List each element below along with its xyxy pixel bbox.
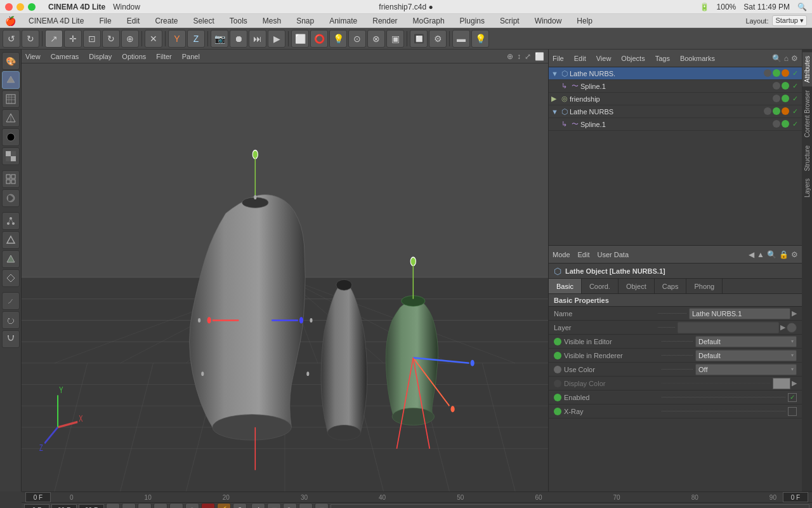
layout-dropdown[interactable]: Startup ▾ xyxy=(772,15,807,26)
objects-menu[interactable]: Objects xyxy=(621,55,645,62)
vis-dot-10[interactable] xyxy=(782,107,789,115)
extrude-button[interactable]: ▣ xyxy=(386,30,404,48)
props-nav-up[interactable]: ▲ xyxy=(757,250,764,259)
menu-mesh[interactable]: Mesh xyxy=(260,17,284,25)
goto-start-btn[interactable]: ⏮ xyxy=(106,503,120,508)
props-value-vis-renderer[interactable]: Default ▾ xyxy=(695,350,797,361)
view-menu[interactable]: View xyxy=(25,53,41,60)
points-icon[interactable] xyxy=(2,212,20,230)
props-checkbox-enabled[interactable]: ✓ xyxy=(788,393,797,402)
light-button[interactable]: 💡 xyxy=(329,30,347,48)
obj-expand-5[interactable]: ↳ xyxy=(561,120,572,128)
obj-check-4[interactable]: ✓ xyxy=(790,107,799,116)
vis-dot-9[interactable] xyxy=(773,107,780,115)
sphere-button[interactable]: ⭕ xyxy=(310,30,328,48)
delete-button[interactable]: ✕ xyxy=(145,30,162,48)
props-value-layer[interactable] xyxy=(678,322,779,333)
lamp-button[interactable]: 💡 xyxy=(471,30,489,48)
move-tool[interactable]: ✛ xyxy=(64,30,82,48)
null-button[interactable]: ⊙ xyxy=(348,30,366,48)
vis-dot-1[interactable] xyxy=(764,69,771,77)
search-icon[interactable]: 🔍 xyxy=(772,54,782,63)
props-checkbox-xray[interactable] xyxy=(788,407,797,416)
undo-button[interactable]: ↺ xyxy=(3,30,20,48)
props-mode[interactable]: Mode xyxy=(553,251,570,258)
floor-button[interactable]: ▬ xyxy=(452,30,470,48)
menu-edit[interactable]: Edit xyxy=(124,17,143,25)
settings-icon[interactable]: ⚙ xyxy=(791,54,798,63)
polygons-icon[interactable] xyxy=(2,250,20,268)
viewport-icon-1[interactable]: ⊕ xyxy=(507,52,513,61)
scale-keys-btn[interactable]: ⊡ xyxy=(267,503,281,508)
keyframe-button[interactable]: ⏭ xyxy=(249,30,266,48)
prev-frame-btn[interactable]: ◀ xyxy=(122,503,136,508)
obj-expand-4[interactable]: ▼ xyxy=(551,108,561,116)
props-search[interactable]: 🔍 xyxy=(767,250,776,259)
view3d-icon[interactable] xyxy=(2,170,20,188)
vis-dot-4[interactable] xyxy=(773,82,780,90)
rtab-layers[interactable]: Layers xyxy=(802,175,812,201)
z-button[interactable]: Z xyxy=(187,30,205,48)
props-color-swatch[interactable] xyxy=(773,378,790,389)
tab-basic[interactable]: Basic xyxy=(549,279,582,293)
vis-dot-5[interactable] xyxy=(782,82,789,90)
grid-btn[interactable]: ⊞ xyxy=(315,503,329,508)
color-palette-icon[interactable]: 🎨 xyxy=(2,52,20,70)
menu-cinema4d[interactable]: CINEMA 4D Lite xyxy=(26,17,86,25)
rotate-tool[interactable]: ↻ xyxy=(102,30,120,48)
snap-options[interactable]: ⚙ xyxy=(429,30,447,48)
props-settings[interactable]: ⚙ xyxy=(791,250,798,259)
rotate-keys-btn[interactable]: ↻ xyxy=(283,503,297,508)
wireframe-icon[interactable] xyxy=(2,109,20,127)
menu-help[interactable]: Help xyxy=(574,17,595,25)
y-button[interactable]: Y xyxy=(168,30,186,48)
tab-object[interactable]: Object xyxy=(619,279,655,293)
menu-file[interactable]: File xyxy=(96,17,114,25)
traffic-lights[interactable] xyxy=(5,3,36,11)
props-value-name[interactable]: Lathe NURBS.1 xyxy=(689,308,790,319)
auto-key-btn[interactable]: ⚡ xyxy=(217,503,231,508)
obj-check-1[interactable]: ✓ xyxy=(790,69,799,78)
obj-expand-2[interactable]: ↳ xyxy=(561,82,572,90)
menu-plugins[interactable]: Plugins xyxy=(457,17,487,25)
menu-create[interactable]: Create xyxy=(152,17,180,25)
obj-expand-3[interactable]: ▶ xyxy=(551,95,561,103)
record-button[interactable]: ⏺ xyxy=(230,30,247,48)
cube-button[interactable]: ⬜ xyxy=(291,30,309,48)
play-btn[interactable]: ▶ xyxy=(138,503,152,508)
search-icon[interactable]: 🔍 xyxy=(797,3,807,11)
rtab-structure[interactable]: Structure xyxy=(802,142,812,175)
uvw-icon[interactable] xyxy=(2,269,20,287)
vis-dot-3[interactable] xyxy=(782,69,789,77)
move-keys-btn[interactable]: ✛ xyxy=(251,503,265,508)
next-frame-btn[interactable]: ▶ xyxy=(154,503,167,508)
obj-row-spline1[interactable]: ↳ 〜 Spline.1 ✓ xyxy=(549,80,802,93)
viewport-icon-2[interactable]: ↕ xyxy=(517,52,521,61)
rtab-content-browser[interactable]: Content Browser xyxy=(802,86,812,141)
record2-btn[interactable]: ⏺ xyxy=(299,503,313,508)
frame-input[interactable] xyxy=(25,492,51,502)
obj-expand-1[interactable]: ▼ xyxy=(551,70,561,77)
boole-button[interactable]: ⊗ xyxy=(367,30,385,48)
checker-icon[interactable] xyxy=(2,147,20,165)
close-button[interactable] xyxy=(5,3,13,11)
display-menu[interactable]: Display xyxy=(89,53,112,60)
menu-snap[interactable]: Snap xyxy=(294,17,317,25)
menu-render[interactable]: Render xyxy=(370,17,400,25)
minimize-button[interactable] xyxy=(16,3,24,11)
vis-dot-2[interactable] xyxy=(773,69,780,77)
tab-coord[interactable]: Coord. xyxy=(582,279,619,293)
viewport-maximize[interactable]: ⬜ xyxy=(535,52,544,61)
redo-button[interactable]: ↻ xyxy=(22,30,39,48)
snap-button[interactable]: 🔲 xyxy=(410,30,428,48)
loop-icon[interactable]: ⭮ xyxy=(2,311,20,329)
menu-mograph[interactable]: MoGraph xyxy=(410,17,447,25)
viewport-icon-3[interactable]: ⤢ xyxy=(525,52,531,61)
tags-menu[interactable]: Tags xyxy=(655,55,670,62)
menu-window[interactable]: Window xyxy=(532,17,565,25)
record-btn[interactable]: ⏺ xyxy=(201,503,215,508)
props-expand-layer[interactable]: ▶ xyxy=(780,323,785,331)
vis-dot-11[interactable] xyxy=(773,120,780,128)
menu-script[interactable]: Script xyxy=(497,17,522,25)
fps-field[interactable] xyxy=(51,504,77,508)
